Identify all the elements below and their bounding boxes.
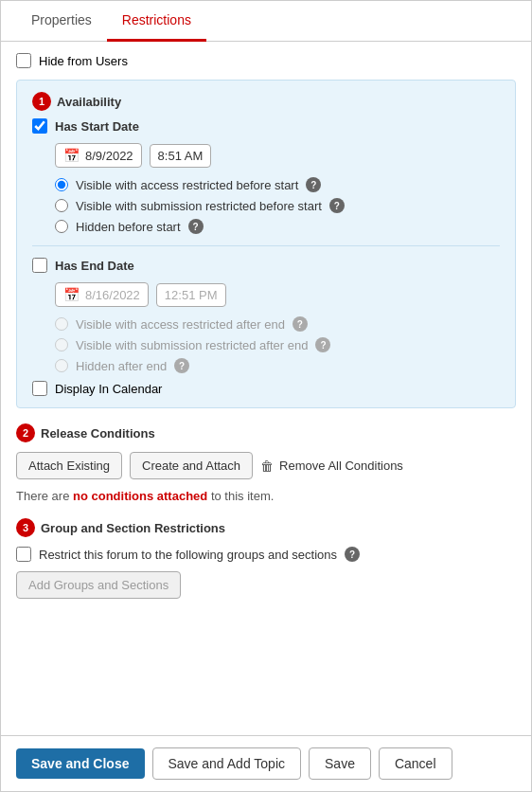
tab-properties[interactable]: Properties xyxy=(16,1,107,42)
availability-header: 1 Availability xyxy=(32,92,500,111)
no-highlight: no conditions attached xyxy=(73,489,207,503)
end-option-1-radio xyxy=(55,317,68,331)
calendar-icon-start: 📅 xyxy=(63,148,80,163)
has-end-date-checkbox[interactable] xyxy=(32,258,47,273)
tab-bar: Properties Restrictions xyxy=(1,1,531,42)
end-time-input[interactable]: 12:51 PM xyxy=(156,283,226,307)
footer: Save and Close Save and Add Topic Save C… xyxy=(1,735,531,791)
start-option-1-help-icon[interactable]: ? xyxy=(306,177,321,192)
release-conditions-title: Release Conditions xyxy=(41,426,155,441)
create-and-attach-button[interactable]: Create and Attach xyxy=(130,452,253,479)
release-conditions-header: 2 Release Conditions xyxy=(16,423,516,442)
end-option-1-label: Visible with access restricted after end xyxy=(76,317,285,332)
end-option-2-radio xyxy=(55,338,68,351)
end-option-3-help-icon: ? xyxy=(174,358,189,373)
start-option-1-row: Visible with access restricted before st… xyxy=(55,177,500,192)
end-date-value: 8/16/2022 xyxy=(85,288,140,302)
group-section-header: 3 Group and Section Restrictions xyxy=(16,518,516,537)
start-option-2-help-icon[interactable]: ? xyxy=(329,198,345,213)
calendar-icon-end: 📅 xyxy=(63,287,80,302)
availability-badge: 1 xyxy=(32,92,51,111)
end-option-2-label: Visible with submission restricted after… xyxy=(76,338,308,352)
display-in-calendar-label: Display In Calendar xyxy=(55,382,162,396)
start-option-1-label: Visible with access restricted before st… xyxy=(76,178,298,192)
availability-title: Availability xyxy=(57,95,121,109)
has-start-date-row: Has Start Date xyxy=(32,118,500,134)
no-conditions-text: There are no conditions attached to this… xyxy=(16,489,516,503)
save-and-close-button[interactable]: Save and Close xyxy=(16,748,145,779)
end-date-time-row: 📅 8/16/2022 12:51 PM xyxy=(55,282,500,307)
attach-existing-button[interactable]: Attach Existing xyxy=(16,452,122,479)
start-option-3-row: Hidden before start ? xyxy=(55,219,500,234)
end-option-1-row: Visible with access restricted after end… xyxy=(55,316,500,332)
release-conditions-badge: 2 xyxy=(16,423,35,442)
start-option-1-radio[interactable] xyxy=(55,178,68,191)
group-section-title: Group and Section Restrictions xyxy=(41,521,225,535)
start-option-2-radio[interactable] xyxy=(55,199,68,212)
remove-all-label: Remove All Conditions xyxy=(279,459,403,473)
start-time-input[interactable]: 8:51 AM xyxy=(150,144,212,168)
cancel-button[interactable]: Cancel xyxy=(379,747,452,780)
tab-restrictions[interactable]: Restrictions xyxy=(107,1,206,42)
start-date-time-row: 📅 8/9/2022 8:51 AM xyxy=(55,143,500,168)
display-in-calendar-row: Display In Calendar xyxy=(32,381,500,396)
has-end-date-label: Has End Date xyxy=(55,259,134,273)
divider-1 xyxy=(32,245,500,246)
end-option-3-radio xyxy=(55,359,68,372)
restrict-forum-help-icon[interactable]: ? xyxy=(345,547,360,562)
has-start-date-checkbox[interactable] xyxy=(32,118,47,134)
main-content: Hide from Users 1 Availability Has Start… xyxy=(1,42,531,735)
release-conditions-section: 2 Release Conditions Attach Existing Cre… xyxy=(16,423,516,503)
group-section-restrictions: 3 Group and Section Restrictions Restric… xyxy=(16,518,516,599)
hide-from-users-checkbox[interactable] xyxy=(16,53,31,68)
save-and-add-topic-button[interactable]: Save and Add Topic xyxy=(152,747,302,780)
save-button[interactable]: Save xyxy=(309,747,371,780)
restrict-forum-row: Restrict this forum to the following gro… xyxy=(16,547,516,562)
trash-icon: 🗑 xyxy=(260,459,274,474)
restrict-forum-checkbox[interactable] xyxy=(16,547,31,562)
display-in-calendar-checkbox[interactable] xyxy=(32,381,47,396)
start-option-3-label: Hidden before start xyxy=(76,220,181,234)
start-option-3-help-icon[interactable]: ? xyxy=(188,219,204,234)
hide-from-users-row: Hide from Users xyxy=(16,53,516,68)
add-groups-button: Add Groups and Sections xyxy=(16,571,181,599)
group-section-badge: 3 xyxy=(16,518,35,537)
hide-from-users-label: Hide from Users xyxy=(39,54,128,68)
start-date-input[interactable]: 📅 8/9/2022 xyxy=(55,143,142,168)
end-option-1-help-icon: ? xyxy=(293,316,308,332)
availability-panel: 1 Availability Has Start Date 📅 8/9/2022… xyxy=(16,80,516,408)
remove-all-conditions-button[interactable]: 🗑 Remove All Conditions xyxy=(260,459,403,474)
has-end-date-row: Has End Date xyxy=(32,258,500,273)
has-start-date-label: Has Start Date xyxy=(55,119,139,134)
start-option-2-row: Visible with submission restricted befor… xyxy=(55,198,500,213)
end-option-3-row: Hidden after end ? xyxy=(55,358,500,373)
end-option-3-label: Hidden after end xyxy=(76,359,167,373)
release-conditions-buttons: Attach Existing Create and Attach 🗑 Remo… xyxy=(16,452,516,479)
end-option-2-row: Visible with submission restricted after… xyxy=(55,337,500,352)
end-option-2-help-icon: ? xyxy=(315,337,330,352)
start-option-3-radio[interactable] xyxy=(55,220,68,233)
start-option-2-label: Visible with submission restricted befor… xyxy=(76,199,322,213)
start-date-value: 8/9/2022 xyxy=(85,149,133,163)
end-date-input[interactable]: 📅 8/16/2022 xyxy=(55,282,149,307)
restrict-forum-label: Restrict this forum to the following gro… xyxy=(39,548,337,562)
